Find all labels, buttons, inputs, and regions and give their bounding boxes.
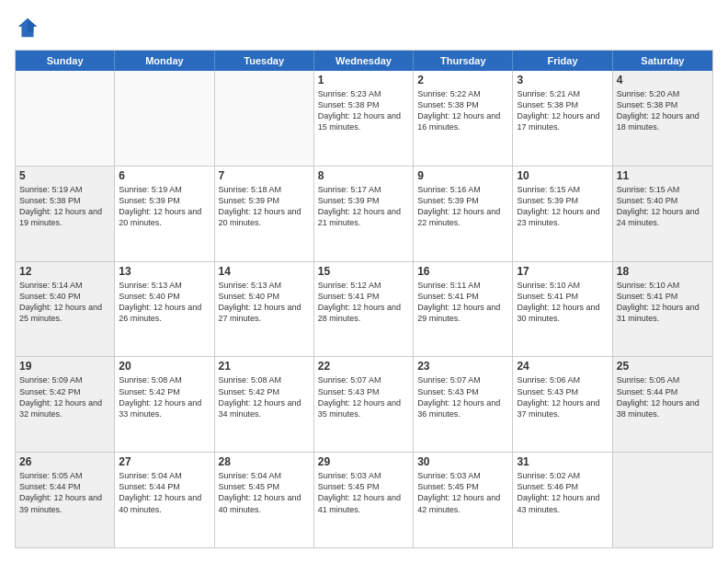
- day-info: Sunrise: 5:03 AM Sunset: 5:45 PM Dayligh…: [318, 470, 409, 515]
- day-number: 30: [417, 455, 508, 468]
- day-number: 9: [417, 169, 508, 182]
- calendar-day-19: 19Sunrise: 5:09 AM Sunset: 5:42 PM Dayli…: [16, 357, 115, 452]
- logo: [15, 15, 44, 40]
- day-info: Sunrise: 5:07 AM Sunset: 5:43 PM Dayligh…: [417, 374, 508, 419]
- day-number: 24: [517, 360, 608, 373]
- day-info: Sunrise: 5:16 AM Sunset: 5:39 PM Dayligh…: [417, 184, 508, 229]
- day-number: 20: [119, 360, 210, 373]
- day-info: Sunrise: 5:19 AM Sunset: 5:39 PM Dayligh…: [119, 184, 210, 229]
- day-number: 16: [417, 265, 508, 278]
- day-number: 21: [219, 360, 310, 373]
- day-info: Sunrise: 5:21 AM Sunset: 5:38 PM Dayligh…: [517, 88, 608, 133]
- calendar-day-7: 7Sunrise: 5:18 AM Sunset: 5:39 PM Daylig…: [215, 167, 314, 261]
- calendar-day-17: 17Sunrise: 5:10 AM Sunset: 5:41 PM Dayli…: [513, 262, 612, 357]
- calendar-day-5: 5Sunrise: 5:19 AM Sunset: 5:38 PM Daylig…: [16, 167, 115, 261]
- weekday-header-saturday: Saturday: [613, 51, 712, 71]
- weekday-header-sunday: Sunday: [16, 51, 115, 71]
- day-info: Sunrise: 5:19 AM Sunset: 5:38 PM Dayligh…: [19, 184, 110, 229]
- calendar-day-13: 13Sunrise: 5:13 AM Sunset: 5:40 PM Dayli…: [115, 262, 214, 357]
- day-number: 15: [318, 265, 409, 278]
- calendar-body: 1Sunrise: 5:23 AM Sunset: 5:38 PM Daylig…: [16, 71, 712, 547]
- day-number: 28: [219, 455, 310, 468]
- calendar-day-30: 30Sunrise: 5:03 AM Sunset: 5:45 PM Dayli…: [414, 453, 513, 547]
- calendar-day-2: 2Sunrise: 5:22 AM Sunset: 5:38 PM Daylig…: [414, 71, 513, 166]
- day-number: 10: [517, 169, 608, 182]
- day-info: Sunrise: 5:11 AM Sunset: 5:41 PM Dayligh…: [417, 280, 508, 325]
- day-number: 7: [219, 169, 310, 182]
- calendar-day-9: 9Sunrise: 5:16 AM Sunset: 5:39 PM Daylig…: [414, 167, 513, 261]
- day-number: 18: [617, 265, 709, 278]
- calendar-day-22: 22Sunrise: 5:07 AM Sunset: 5:43 PM Dayli…: [314, 357, 414, 452]
- day-info: Sunrise: 5:03 AM Sunset: 5:45 PM Dayligh…: [417, 470, 508, 515]
- day-info: Sunrise: 5:10 AM Sunset: 5:41 PM Dayligh…: [517, 280, 608, 325]
- day-number: 1: [318, 74, 409, 86]
- calendar-day-12: 12Sunrise: 5:14 AM Sunset: 5:40 PM Dayli…: [16, 262, 115, 357]
- day-number: 27: [119, 455, 210, 468]
- day-number: 17: [517, 265, 608, 278]
- calendar-day-11: 11Sunrise: 5:15 AM Sunset: 5:40 PM Dayli…: [613, 167, 712, 261]
- calendar-day-1: 1Sunrise: 5:23 AM Sunset: 5:38 PM Daylig…: [314, 71, 414, 166]
- page: SundayMondayTuesdayWednesdayThursdayFrid…: [0, 0, 728, 563]
- calendar-empty-cell: [115, 71, 214, 166]
- day-info: Sunrise: 5:06 AM Sunset: 5:43 PM Dayligh…: [517, 374, 608, 419]
- day-number: 19: [19, 360, 110, 373]
- day-number: 5: [19, 169, 110, 182]
- day-info: Sunrise: 5:10 AM Sunset: 5:41 PM Dayligh…: [617, 280, 709, 325]
- day-info: Sunrise: 5:12 AM Sunset: 5:41 PM Dayligh…: [318, 280, 409, 325]
- day-info: Sunrise: 5:13 AM Sunset: 5:40 PM Dayligh…: [119, 280, 210, 325]
- calendar-empty-cell: [16, 71, 115, 166]
- calendar-day-28: 28Sunrise: 5:04 AM Sunset: 5:45 PM Dayli…: [215, 453, 314, 547]
- weekday-header-wednesday: Wednesday: [314, 51, 414, 71]
- day-info: Sunrise: 5:05 AM Sunset: 5:44 PM Dayligh…: [19, 470, 110, 515]
- calendar-day-23: 23Sunrise: 5:07 AM Sunset: 5:43 PM Dayli…: [414, 357, 513, 452]
- day-info: Sunrise: 5:15 AM Sunset: 5:40 PM Dayligh…: [617, 184, 709, 229]
- weekday-header-monday: Monday: [115, 51, 214, 71]
- day-info: Sunrise: 5:15 AM Sunset: 5:39 PM Dayligh…: [517, 184, 608, 229]
- day-info: Sunrise: 5:09 AM Sunset: 5:42 PM Dayligh…: [19, 374, 110, 419]
- calendar: SundayMondayTuesdayWednesdayThursdayFrid…: [15, 50, 713, 548]
- svg-marker-1: [28, 18, 37, 32]
- day-info: Sunrise: 5:22 AM Sunset: 5:38 PM Dayligh…: [417, 88, 508, 133]
- logo-icon: [15, 15, 40, 40]
- day-info: Sunrise: 5:08 AM Sunset: 5:42 PM Dayligh…: [119, 374, 210, 419]
- day-info: Sunrise: 5:20 AM Sunset: 5:38 PM Dayligh…: [617, 88, 709, 133]
- day-info: Sunrise: 5:02 AM Sunset: 5:46 PM Dayligh…: [517, 470, 608, 515]
- day-number: 8: [318, 169, 409, 182]
- calendar-day-27: 27Sunrise: 5:04 AM Sunset: 5:44 PM Dayli…: [115, 453, 214, 547]
- calendar-row-3: 19Sunrise: 5:09 AM Sunset: 5:42 PM Dayli…: [16, 356, 712, 452]
- day-number: 23: [417, 360, 508, 373]
- day-info: Sunrise: 5:23 AM Sunset: 5:38 PM Dayligh…: [318, 88, 409, 133]
- day-number: 14: [219, 265, 310, 278]
- calendar-day-6: 6Sunrise: 5:19 AM Sunset: 5:39 PM Daylig…: [115, 167, 214, 261]
- calendar-row-2: 12Sunrise: 5:14 AM Sunset: 5:40 PM Dayli…: [16, 261, 712, 357]
- calendar-empty-cell: [613, 453, 712, 547]
- day-info: Sunrise: 5:17 AM Sunset: 5:39 PM Dayligh…: [318, 184, 409, 229]
- calendar-day-29: 29Sunrise: 5:03 AM Sunset: 5:45 PM Dayli…: [314, 453, 414, 547]
- day-number: 6: [119, 169, 210, 182]
- calendar-day-18: 18Sunrise: 5:10 AM Sunset: 5:41 PM Dayli…: [613, 262, 712, 357]
- calendar-day-8: 8Sunrise: 5:17 AM Sunset: 5:39 PM Daylig…: [314, 167, 414, 261]
- day-info: Sunrise: 5:08 AM Sunset: 5:42 PM Dayligh…: [219, 374, 310, 419]
- calendar-header: SundayMondayTuesdayWednesdayThursdayFrid…: [16, 51, 712, 71]
- calendar-row-0: 1Sunrise: 5:23 AM Sunset: 5:38 PM Daylig…: [16, 71, 712, 166]
- weekday-header-thursday: Thursday: [414, 51, 513, 71]
- calendar-day-21: 21Sunrise: 5:08 AM Sunset: 5:42 PM Dayli…: [215, 357, 314, 452]
- calendar-day-3: 3Sunrise: 5:21 AM Sunset: 5:38 PM Daylig…: [513, 71, 612, 166]
- calendar-row-4: 26Sunrise: 5:05 AM Sunset: 5:44 PM Dayli…: [16, 452, 712, 547]
- day-number: 29: [318, 455, 409, 468]
- calendar-day-31: 31Sunrise: 5:02 AM Sunset: 5:46 PM Dayli…: [513, 453, 612, 547]
- calendar-day-25: 25Sunrise: 5:05 AM Sunset: 5:44 PM Dayli…: [613, 357, 712, 452]
- day-number: 26: [19, 455, 110, 468]
- day-number: 12: [19, 265, 110, 278]
- weekday-header-tuesday: Tuesday: [215, 51, 314, 71]
- day-info: Sunrise: 5:05 AM Sunset: 5:44 PM Dayligh…: [617, 374, 709, 419]
- calendar-day-20: 20Sunrise: 5:08 AM Sunset: 5:42 PM Dayli…: [115, 357, 214, 452]
- header: [15, 15, 713, 40]
- day-number: 4: [617, 74, 709, 86]
- calendar-day-24: 24Sunrise: 5:06 AM Sunset: 5:43 PM Dayli…: [513, 357, 612, 452]
- day-info: Sunrise: 5:14 AM Sunset: 5:40 PM Dayligh…: [19, 280, 110, 325]
- day-info: Sunrise: 5:04 AM Sunset: 5:45 PM Dayligh…: [219, 470, 310, 515]
- day-info: Sunrise: 5:07 AM Sunset: 5:43 PM Dayligh…: [318, 374, 409, 419]
- calendar-day-16: 16Sunrise: 5:11 AM Sunset: 5:41 PM Dayli…: [414, 262, 513, 357]
- day-number: 31: [517, 455, 608, 468]
